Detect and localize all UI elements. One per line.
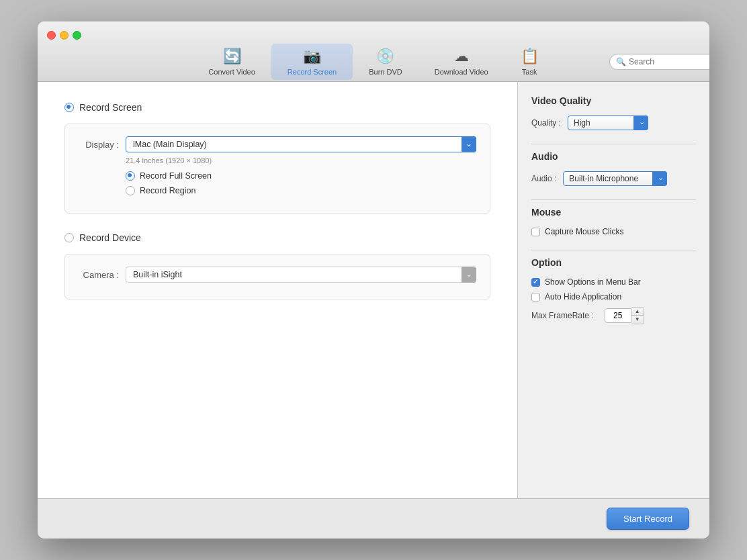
toolbar: 🔄 Convert Video 📷 Record Screen 💿 Burn D…	[38, 42, 709, 81]
auto-hide-label: Auto Hide Application	[545, 292, 621, 301]
minimize-button[interactable]	[60, 31, 69, 40]
traffic-lights	[47, 31, 81, 40]
record-device-label: Record Device	[79, 232, 141, 243]
video-quality-section: Video Quality Quality : High Medium Low	[531, 95, 696, 130]
quality-row: Quality : High Medium Low	[531, 115, 696, 130]
record-full-screen-option[interactable]: Record Full Screen	[126, 171, 476, 181]
audio-label: Audio :	[531, 174, 556, 183]
toolbar-label-download-video: Download Video	[435, 68, 488, 76]
capture-mouse-checkbox[interactable]	[531, 228, 540, 236]
toolbar-item-burn-dvd[interactable]: 💿 Burn DVD	[353, 44, 419, 80]
record-full-screen-radio[interactable]	[126, 171, 135, 181]
show-options-label: Show Options in Menu Bar	[545, 277, 641, 287]
toolbar-label-convert-video: Convert Video	[208, 68, 255, 76]
burn-dvd-icon: 💿	[376, 48, 394, 65]
toolbar-item-task[interactable]: 📋 Task	[504, 44, 555, 80]
framerate-up-button[interactable]: ▲	[631, 308, 644, 316]
record-region-option[interactable]: Record Region	[126, 186, 476, 195]
audio-select-wrapper: Built-in Microphone None	[563, 171, 667, 186]
divider-3	[531, 250, 696, 250]
video-quality-title: Video Quality	[531, 95, 696, 106]
record-region-radio[interactable]	[126, 186, 135, 195]
capture-mouse-row: Capture Mouse Clicks	[531, 227, 696, 236]
record-screen-section: Record Screen Display : iMac (Main Displ…	[64, 102, 490, 214]
option-section: Option Show Options in Menu Bar Auto Hid…	[531, 257, 696, 324]
auto-hide-row: Auto Hide Application	[531, 292, 696, 301]
record-device-radio[interactable]	[64, 233, 74, 242]
convert-video-icon: 🔄	[223, 48, 241, 65]
framerate-down-button[interactable]: ▼	[631, 316, 644, 324]
display-row: Display : iMac (Main Display)	[79, 136, 476, 152]
option-title: Option	[531, 257, 696, 268]
camera-label: Camera :	[79, 270, 119, 280]
toolbar-label-task: Task	[522, 68, 537, 76]
show-options-checkbox[interactable]	[531, 278, 540, 287]
download-video-icon: ☁	[454, 48, 469, 65]
display-size: 21.4 inches (1920 × 1080)	[126, 156, 476, 165]
camera-row: Camera : Built-in iSight ⌄	[79, 267, 476, 283]
divider-1	[531, 144, 696, 144]
display-select-wrapper: iMac (Main Display)	[126, 136, 476, 152]
camera-select-wrapper: Built-in iSight ⌄	[126, 267, 476, 283]
record-screen-radio[interactable]	[64, 103, 74, 112]
record-screen-icon: 📷	[303, 48, 321, 65]
search-icon: 🔍	[616, 57, 626, 66]
record-screen-group: Display : iMac (Main Display) 21.4 inche…	[64, 124, 490, 214]
record-region-label: Record Region	[140, 186, 195, 195]
show-options-row: Show Options in Menu Bar	[531, 277, 696, 287]
record-screen-label: Record Screen	[79, 102, 142, 113]
display-label: Display :	[79, 140, 119, 150]
main-panel: Record Screen Display : iMac (Main Displ…	[38, 82, 518, 498]
titlebar: 🔄 Convert Video 📷 Record Screen 💿 Burn D…	[38, 21, 709, 82]
quality-select[interactable]: High Medium Low	[568, 115, 648, 130]
toolbar-item-download-video[interactable]: ☁ Download Video	[419, 44, 504, 80]
toolbar-label-burn-dvd: Burn DVD	[369, 68, 402, 76]
quality-label: Quality :	[531, 118, 561, 128]
display-select[interactable]: iMac (Main Display)	[126, 136, 476, 152]
task-icon: 📋	[521, 48, 539, 65]
capture-mouse-label: Capture Mouse Clicks	[545, 227, 623, 236]
record-screen-option[interactable]: Record Screen	[64, 102, 490, 113]
main-window: 🔄 Convert Video 📷 Record Screen 💿 Burn D…	[38, 21, 709, 539]
framerate-input[interactable]: 25	[605, 308, 631, 323]
framerate-row: Max FrameRate : 25 ▲ ▼	[531, 307, 696, 324]
camera-dropdown-arrow: ⌄	[462, 267, 476, 283]
mouse-title: Mouse	[531, 207, 696, 218]
side-panel: Video Quality Quality : High Medium Low …	[518, 82, 709, 498]
footer: Start Record	[38, 498, 709, 539]
auto-hide-checkbox[interactable]	[531, 293, 540, 301]
toolbar-item-record-screen[interactable]: 📷 Record Screen	[271, 44, 353, 80]
close-button[interactable]	[47, 31, 56, 40]
radio-group: Record Full Screen Record Region	[126, 171, 476, 195]
framerate-spinner: 25 ▲ ▼	[605, 307, 644, 324]
content-area: Record Screen Display : iMac (Main Displ…	[38, 82, 709, 498]
quality-select-wrapper: High Medium Low	[568, 115, 648, 130]
record-device-group: Camera : Built-in iSight ⌄	[64, 254, 490, 299]
divider-2	[531, 199, 696, 200]
audio-row: Audio : Built-in Microphone None	[531, 171, 696, 186]
toolbar-item-convert-video[interactable]: 🔄 Convert Video	[192, 44, 271, 80]
framerate-spinner-buttons: ▲ ▼	[631, 307, 644, 324]
camera-select[interactable]: Built-in iSight	[126, 267, 476, 283]
toolbar-label-record-screen: Record Screen	[288, 68, 337, 76]
audio-title: Audio	[531, 151, 696, 162]
record-device-section: Record Device Camera : Built-in iSight ⌄	[64, 232, 490, 299]
maximize-button[interactable]	[73, 31, 81, 40]
audio-select[interactable]: Built-in Microphone None	[563, 171, 667, 186]
mouse-section: Mouse Capture Mouse Clicks	[531, 207, 696, 236]
record-device-option[interactable]: Record Device	[64, 232, 490, 243]
framerate-label: Max FrameRate :	[531, 311, 594, 320]
audio-section: Audio Audio : Built-in Microphone None	[531, 151, 696, 186]
start-record-button[interactable]: Start Record	[607, 508, 689, 530]
record-full-screen-label: Record Full Screen	[140, 171, 212, 181]
